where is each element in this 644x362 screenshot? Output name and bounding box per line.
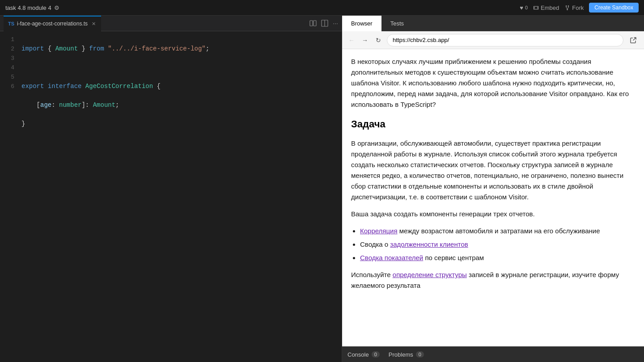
svg-point-0 bbox=[566, 5, 567, 6]
open-external-button[interactable] bbox=[627, 34, 640, 46]
problems-badge: 0 bbox=[416, 351, 424, 358]
reports-list: Корреляция между возрастом автомобиля и … bbox=[360, 226, 635, 263]
line-num-4: 4 bbox=[4, 63, 14, 72]
svg-rect-4 bbox=[314, 21, 316, 26]
para1: В организации, обслуживающей автомобили,… bbox=[351, 138, 635, 202]
code-line-2 bbox=[21, 63, 342, 72]
tab-browser[interactable]: Browser bbox=[342, 16, 381, 31]
code-line-3: export interface AgeCostCorrelation { bbox=[21, 82, 342, 91]
intro-paragraph: В некоторых случаях лучшим приближением … bbox=[351, 56, 635, 110]
svg-rect-3 bbox=[310, 21, 313, 26]
split-editor-icon[interactable] bbox=[309, 20, 317, 27]
editor-pane: TS i-face-age-cost-correlations.ts ✕ bbox=[0, 16, 342, 362]
code-line-4: [age: number]: Amount; bbox=[21, 101, 342, 110]
back-button[interactable]: ← bbox=[347, 35, 356, 45]
svg-point-2 bbox=[567, 9, 568, 10]
line-num-3: 3 bbox=[4, 54, 14, 63]
heart-icon[interactable]: ♥ 0 bbox=[520, 4, 528, 11]
problems-tab[interactable]: Problems 0 bbox=[389, 351, 424, 358]
file-tab[interactable]: TS i-face-age-cost-correlations.ts ✕ bbox=[4, 16, 101, 31]
line-num-2: 2 bbox=[4, 44, 14, 54]
line-num-6: 6 bbox=[4, 82, 14, 91]
forward-button[interactable]: → bbox=[360, 35, 370, 45]
code-line-5: } bbox=[21, 119, 342, 129]
summary-link[interactable]: Сводка показателей bbox=[360, 254, 423, 261]
code-lines: 1 2 3 4 5 6 import { Amount } from "../.… bbox=[0, 31, 342, 170]
more-options-icon[interactable]: ··· bbox=[333, 20, 338, 27]
line-num-1: 1 bbox=[4, 35, 14, 44]
para2: Ваша задача создать компоненты генерации… bbox=[351, 209, 635, 219]
code-content: import { Amount } from "../../i-face-ser… bbox=[21, 31, 342, 170]
address-input[interactable] bbox=[387, 34, 623, 46]
address-bar: ← → ↻ bbox=[342, 31, 644, 49]
create-sandbox-button[interactable]: Create Sandbox bbox=[589, 3, 639, 13]
embed-button[interactable]: Embed bbox=[533, 4, 559, 11]
code-editor[interactable]: 1 2 3 4 5 6 import { Amount } from "../.… bbox=[0, 31, 342, 362]
top-bar-actions: ♥ 0 Embed Fork Create Sandbox bbox=[520, 3, 639, 13]
heart-count: 0 bbox=[525, 5, 528, 10]
structure-link[interactable]: определение структуры bbox=[393, 271, 467, 278]
toggle-panel-icon[interactable] bbox=[321, 20, 328, 27]
top-bar: task 4.8 module 4 ⚙ ♥ 0 Embed Fork Creat… bbox=[0, 0, 644, 16]
title-text: task 4.8 module 4 bbox=[5, 4, 51, 11]
correlation-link[interactable]: Корреляция bbox=[360, 227, 398, 235]
debt-link[interactable]: задолженности клиентов bbox=[390, 240, 468, 248]
fork-button[interactable]: Fork bbox=[564, 4, 584, 11]
line-numbers: 1 2 3 4 5 6 bbox=[0, 31, 21, 170]
console-label: Console bbox=[347, 351, 369, 358]
console-badge: 0 bbox=[372, 351, 380, 358]
code-line-1: import { Amount } from "../../i-face-ser… bbox=[21, 44, 342, 54]
console-tab[interactable]: Console 0 bbox=[347, 351, 380, 358]
editor-tab-bar: TS i-face-age-cost-correlations.ts ✕ bbox=[0, 16, 342, 31]
tab-bar-actions: ··· bbox=[309, 20, 338, 27]
code-line-6 bbox=[21, 138, 342, 147]
problems-label: Problems bbox=[389, 351, 413, 358]
browser-content[interactable]: В некоторых случаях лучшим приближением … bbox=[342, 49, 644, 346]
zadacha-heading: Задача bbox=[351, 116, 635, 132]
svg-point-1 bbox=[568, 5, 569, 6]
refresh-button[interactable]: ↻ bbox=[373, 35, 383, 45]
tab-tests[interactable]: Tests bbox=[381, 16, 413, 31]
list-item-1: Корреляция между возрастом автомобиля и … bbox=[360, 226, 635, 236]
bottom-bar: Console 0 Problems 0 bbox=[342, 346, 644, 362]
line-num-5: 5 bbox=[4, 72, 14, 82]
settings-icon[interactable]: ⚙ bbox=[54, 4, 59, 11]
browser-tab-bar: Browser Tests bbox=[342, 16, 644, 31]
tab-list: TS i-face-age-cost-correlations.ts ✕ bbox=[4, 16, 101, 31]
para3: Используйте определение структуры записе… bbox=[351, 269, 635, 291]
right-pane: Browser Tests ← → ↻ В некоторых случаях … bbox=[342, 16, 644, 362]
list-item-2: Сводка о задолженности клиентов bbox=[360, 239, 635, 250]
tab-filename: i-face-age-cost-correlations.ts bbox=[17, 21, 88, 27]
project-title: task 4.8 module 4 ⚙ bbox=[5, 4, 59, 11]
file-type-icon: TS bbox=[8, 21, 14, 26]
list-item-3: Сводка показателей по сервис центрам bbox=[360, 253, 635, 263]
main-layout: TS i-face-age-cost-correlations.ts ✕ bbox=[0, 16, 644, 362]
tab-close-button[interactable]: ✕ bbox=[90, 21, 97, 27]
